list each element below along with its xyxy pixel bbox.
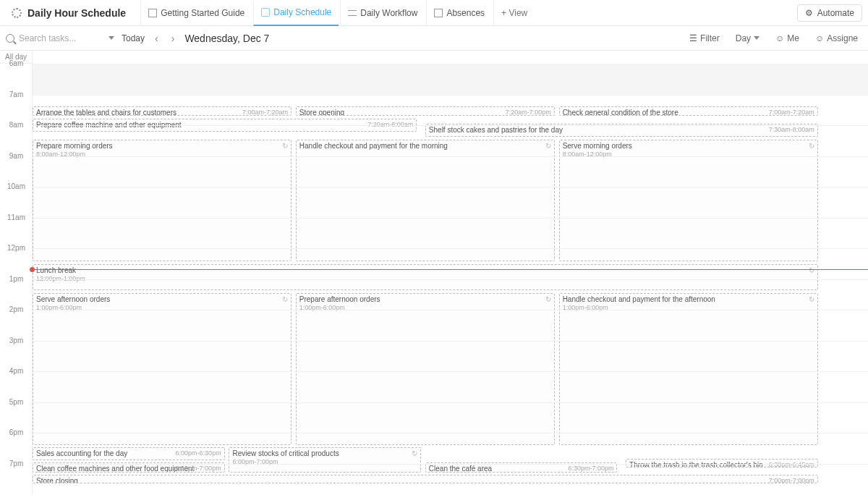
recurring-icon: ↻ [282, 142, 288, 150]
hour-gridline [33, 402, 868, 403]
event-prepare-morning-orders[interactable]: Prepare morning orders8:00am-12:00pm↻ [33, 140, 292, 261]
event-store-closing[interactable]: Store closing7:00pm-7:00pm [33, 475, 818, 483]
view-tabs: Getting Started Guide Daily Schedule Dai… [140, 0, 535, 26]
hour-label: 9am [0, 152, 33, 160]
event-store-opening[interactable]: Store opening7:20am-7:00pm [296, 106, 555, 116]
hour-label: 1pm [0, 275, 33, 283]
hour-gridline [33, 156, 868, 157]
hour-label: 8am [0, 121, 33, 129]
hour-gridline [33, 187, 868, 187]
hour-label: 5pm [0, 398, 33, 406]
hour-label: 12pm [0, 244, 33, 252]
recurring-icon: ↻ [809, 142, 814, 150]
hour-gridline [33, 125, 868, 126]
event-prepare-afternoon-orders[interactable]: Prepare afternoon orders1:00pm-6:00pm↻ [296, 293, 555, 445]
recurring-icon: ↻ [809, 266, 814, 274]
automate-button[interactable]: ⚙ Automate [797, 4, 862, 22]
recurring-icon: ↻ [809, 295, 814, 303]
event-arrange-tables[interactable]: Arrange the tables and chairs for custom… [33, 106, 292, 116]
hour-gridline [33, 248, 868, 249]
bolt-icon: ⚙ [805, 8, 813, 18]
tab-daily-schedule[interactable]: Daily Schedule [253, 0, 339, 26]
tab-daily-workflow[interactable]: Daily Workflow [340, 0, 425, 26]
day-column[interactable]: Arrange the tables and chairs for custom… [33, 64, 868, 495]
recurring-icon: ↻ [545, 295, 551, 303]
prev-day-button[interactable]: ‹ [152, 33, 161, 44]
hour-gridline [33, 279, 868, 280]
app-title-text: Daily Hour Schedule [27, 7, 126, 19]
event-sales-accounting[interactable]: Sales accounting for the day6:00pm-6:30p… [33, 447, 225, 460]
event-serve-morning-orders[interactable]: Serve morning orders8:00am-12:00pm↻ [559, 140, 818, 261]
hour-gridline [33, 464, 868, 465]
search-icon [6, 34, 14, 43]
recurring-icon: ↻ [282, 295, 288, 303]
event-handle-checkout-morning[interactable]: Handle checkout and payment for the morn… [296, 140, 555, 261]
hour-label: 7pm [0, 460, 33, 468]
hour-gridline [33, 310, 868, 310]
hour-gridline [33, 341, 868, 342]
hour-label: 2pm [0, 305, 33, 313]
next-day-button[interactable]: › [169, 33, 178, 44]
hour-label: 4pm [0, 367, 33, 375]
hour-label: 11am [0, 213, 33, 221]
event-serve-afternoon-orders[interactable]: Serve afternoon orders1:00pm-6:00pm↻ [33, 293, 292, 445]
calendar-icon [261, 8, 270, 17]
hour-label: 6am [0, 59, 33, 67]
tab-absences[interactable]: Absences [426, 0, 492, 26]
recurring-icon: ↻ [412, 449, 417, 457]
recurring-icon: ↻ [545, 142, 551, 150]
search-input[interactable]: Search tasks... [6, 33, 114, 43]
calendar-grid: All day 6am7am8am9am10am11am12pm1pm2pm3p… [0, 51, 868, 495]
event-handle-checkout-afternoon[interactable]: Handle checkout and payment for the afte… [559, 293, 818, 445]
add-view-button[interactable]: + View [493, 0, 535, 26]
hour-label: 3pm [0, 337, 33, 344]
event-lunch-break[interactable]: Lunch break12:00pm-1:00pm↻ [33, 264, 818, 290]
app-title: Daily Hour Schedule [6, 7, 132, 19]
me-filter[interactable]: ☺Me [771, 33, 804, 43]
people-icon: ☺ [815, 33, 824, 43]
hour-label: 10am [0, 182, 33, 190]
hour-label: 6pm [0, 428, 33, 436]
current-time-indicator [33, 269, 868, 270]
current-date: Wednesday, Dec 7 [184, 33, 269, 44]
hour-label: 7am [0, 90, 33, 98]
app-logo-icon [12, 8, 22, 18]
list-icon [348, 10, 357, 16]
hour-gridline [33, 95, 868, 96]
hour-gridline [33, 433, 868, 433]
filter-button[interactable]: ☰Filter [685, 33, 724, 43]
event-review-stocks[interactable]: Review stocks of critical products6:00pm… [229, 447, 421, 473]
hour-gridline [33, 371, 868, 372]
hour-gridline [33, 64, 868, 64]
toolbar: Search tasks... Today ‹ › Wednesday, Dec… [0, 26, 868, 51]
filter-icon: ☰ [689, 33, 697, 43]
board-icon [434, 9, 443, 17]
chevron-down-icon [754, 36, 760, 40]
off-hours-shade [33, 64, 868, 95]
tab-getting-started[interactable]: Getting Started Guide [140, 0, 252, 26]
topbar: Daily Hour Schedule Getting Started Guid… [0, 0, 868, 26]
today-button[interactable]: Today [122, 33, 145, 43]
hour-gridline [33, 218, 868, 219]
chevron-down-icon [109, 36, 114, 40]
assignee-filter[interactable]: ☺Assigne [811, 33, 862, 43]
event-check-condition[interactable]: Check general condition of the store7:00… [559, 106, 818, 116]
day-picker[interactable]: Day [731, 33, 764, 43]
doc-icon [148, 9, 157, 17]
person-icon: ☺ [775, 33, 784, 43]
